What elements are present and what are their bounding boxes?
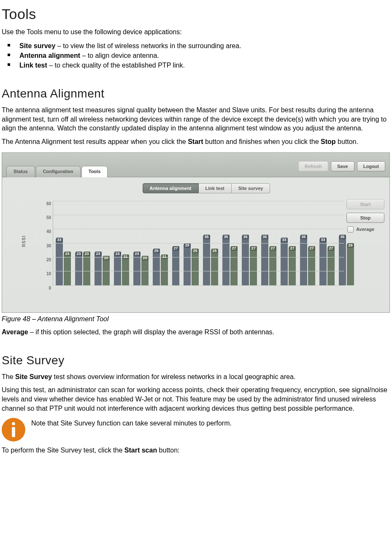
chart-bar: 33 [56, 239, 63, 285]
chart-bar-value: 27 [289, 246, 295, 251]
chart-bar: 23 [75, 253, 82, 285]
text-bold: Average [2, 328, 28, 336]
info-note-row: Note that Site Survey function can take … [2, 418, 390, 442]
text-fragment: The Antenna Alignment test results appea… [2, 138, 188, 145]
chart-bar: 27 [250, 247, 257, 285]
figure-caption: Figure 48 – Antenna Alignment Tool [2, 314, 390, 324]
tab-status[interactable]: Status [6, 166, 35, 177]
chart-bar: 33 [319, 239, 327, 285]
tools-list: Site survey – to view the list of wirele… [5, 41, 390, 70]
chart-bar-value: 35 [339, 235, 346, 239]
chart-bar-value: 27 [230, 246, 237, 251]
chart-bar: 27 [230, 247, 238, 285]
screenshot-body: Antenna alignment Link test Site survey … [2, 177, 389, 312]
chart-bar: 21 [161, 256, 168, 285]
chart-bar-value: 23 [133, 252, 140, 256]
chart-bar-value: 20 [103, 256, 109, 260]
chart-bar: 21 [122, 256, 129, 285]
tab-configuration[interactable]: Configuration [36, 166, 81, 177]
chart-ytick: 40 [37, 229, 51, 234]
list-item-name: Site survey [19, 42, 55, 49]
chart-ytick: 50 [37, 215, 51, 219]
svg-point-0 [12, 422, 15, 425]
chart-bar-value: 23 [64, 252, 70, 256]
refresh-button[interactable]: Refresh [298, 161, 328, 171]
chart-bar-value: 23 [75, 252, 82, 256]
text-fragment: button: [157, 447, 179, 454]
chart-ytick: 10 [37, 271, 51, 276]
site-para3: To perform the Site Survey test, click t… [2, 446, 390, 455]
chart-bar-value: 27 [269, 246, 276, 251]
antenna-heading: Antenna Alignment [2, 87, 390, 100]
logout-button[interactable]: Logout [357, 161, 385, 171]
chart-bar-value: 23 [83, 252, 90, 256]
antenna-para1: The antenna alignment test measures sign… [2, 106, 390, 133]
chart-bar-value: 20 [141, 256, 148, 260]
chart-bar: 25 [211, 250, 218, 285]
info-note-text: Note that Site Survey function can take … [31, 419, 232, 428]
svg-rect-1 [12, 427, 15, 437]
chart-ytick: 20 [37, 257, 51, 262]
tab-tools[interactable]: Tools [81, 166, 108, 177]
text-bold: Start [188, 138, 203, 145]
chart-bar: 23 [133, 253, 141, 285]
site-para1: The Site Survey test shows overview info… [2, 372, 390, 382]
subtab-antenna-alignment[interactable]: Antenna alignment [143, 183, 199, 193]
rssi-chart: RSSI 0102030405060 332323232320232123202… [40, 201, 344, 285]
site-survey-heading: Site Survey [2, 354, 390, 367]
stop-button[interactable]: Stop [346, 213, 384, 223]
chart-ylabel: RSSI [22, 235, 26, 247]
chart-bar-value: 25 [211, 249, 218, 253]
chart-bar-value: 33 [56, 238, 62, 242]
site-para2: Using this test, an administrator can sc… [2, 385, 390, 413]
list-item-name: Antenna alignment [19, 52, 80, 59]
text-fragment: The [2, 373, 15, 380]
tools-intro: Use the Tools menu to use the following … [2, 27, 390, 37]
chart-bar-value: 27 [327, 246, 334, 251]
chart-bar-value: 27 [172, 246, 179, 251]
chart-bar-value: 35 [203, 235, 210, 239]
chart-ytick: 60 [37, 201, 51, 206]
text-fragment: – if this option selected, the graph wil… [28, 328, 274, 336]
chart-bar: 23 [95, 253, 102, 285]
antenna-para2: The Antenna Alignment test results appea… [2, 137, 390, 146]
chart-bar-value: 35 [222, 235, 229, 239]
text-bold: Start scan [124, 447, 157, 454]
text-fragment: button. [336, 138, 358, 145]
chart-bar-value: 27 [308, 246, 315, 251]
save-button[interactable]: Save [331, 161, 354, 171]
chart-bar: 27 [172, 247, 179, 285]
chart-bar: 29 [184, 244, 191, 285]
chart-bar: 29 [347, 244, 354, 285]
chart-ytick: 0 [37, 285, 51, 290]
chart-bar: 23 [64, 253, 71, 285]
chart-bar: 27 [269, 247, 276, 285]
subtab-site-survey[interactable]: Site survey [232, 183, 270, 193]
text-bold: Stop [321, 138, 336, 145]
text-fragment: To perform the Site Survey test, click t… [2, 447, 124, 454]
text-fragment: test shows overview information for wire… [52, 373, 295, 380]
chart-bar-value: 33 [281, 238, 287, 242]
subtab-link-test[interactable]: Link test [199, 183, 232, 193]
average-checkbox[interactable] [347, 226, 354, 233]
info-icon [2, 418, 25, 442]
chart-bar-value: 29 [347, 243, 354, 248]
start-button[interactable]: Start [346, 199, 384, 209]
chart-bar-value: 27 [250, 246, 257, 251]
chart-bar-value: 25 [192, 249, 198, 253]
average-description: Average – if this option selected, the g… [2, 328, 390, 337]
text-fragment: button and finishes when you click the [203, 138, 321, 145]
list-item-name: Link test [19, 62, 47, 69]
average-checkbox-row[interactable]: Average [346, 226, 384, 233]
chart-bar: 25 [153, 250, 160, 285]
chart-bar-value: 29 [184, 243, 190, 248]
chart-bar-value: 35 [261, 235, 268, 239]
screenshot-topbar: Refresh Save Logout Status Configuration… [2, 153, 389, 177]
list-item-desc: – to align device antenna. [80, 52, 159, 59]
chart-ytick: 30 [37, 243, 51, 248]
average-label: Average [356, 227, 374, 232]
chart-bar: 27 [308, 247, 315, 285]
chart-bar-value: 33 [319, 238, 326, 242]
chart-bar: 33 [281, 239, 288, 285]
chart-bar: 25 [192, 250, 199, 285]
